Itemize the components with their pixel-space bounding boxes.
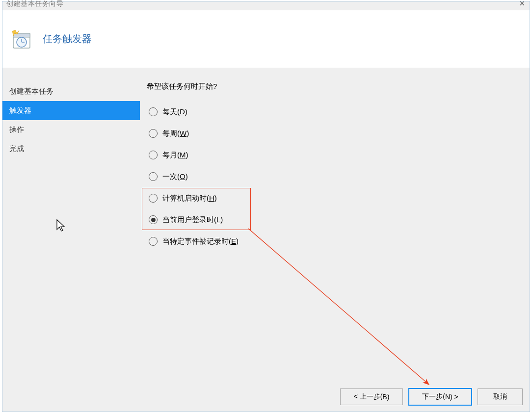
radio-icon	[149, 172, 158, 181]
close-icon[interactable]: ×	[519, 0, 525, 9]
radio-label: 每天(D)	[162, 107, 187, 117]
radio-label: 当前用户登录时(L)	[162, 215, 223, 225]
radio-weekly[interactable]: 每周(W)	[147, 123, 253, 144]
wizard-body: 创建基本任务 触发器 操作 完成 希望该任务何时开始? 每天(D) 每周(W) …	[2, 68, 530, 382]
radio-monthly[interactable]: 每月(M)	[147, 144, 253, 166]
trigger-radio-group: 每天(D) 每周(W) 每月(M) 一次(O) 计算机启动时(H)	[140, 101, 253, 252]
back-button[interactable]: < 上一步(B)	[340, 388, 403, 405]
wizard-header: 任务触发器	[2, 10, 530, 68]
svg-rect-1	[13, 33, 30, 37]
radio-icon	[149, 237, 158, 246]
radio-label: 一次(O)	[162, 172, 188, 181]
window-title: 创建基本任务向导	[6, 0, 63, 8]
wizard-sidebar: 创建基本任务 触发器 操作 完成	[2, 68, 140, 382]
radio-icon	[149, 194, 158, 203]
radio-on-event[interactable]: 当特定事件被记录时(E)	[147, 231, 253, 252]
clock-task-icon	[10, 28, 32, 50]
page-title: 任务触发器	[43, 32, 92, 46]
cancel-button[interactable]: 取消	[478, 388, 523, 405]
radio-once[interactable]: 一次(O)	[147, 166, 253, 187]
sidebar-item-create-task[interactable]: 创建基本任务	[2, 82, 140, 101]
radio-icon	[149, 129, 158, 138]
radio-at-startup[interactable]: 计算机启动时(H)	[147, 187, 253, 209]
sidebar-item-trigger[interactable]: 触发器	[2, 101, 140, 120]
radio-label: 每周(W)	[162, 129, 189, 138]
radio-at-logon[interactable]: 当前用户登录时(L)	[147, 209, 253, 231]
wizard-main: 希望该任务何时开始? 每天(D) 每周(W) 每月(M) 一次(O)	[140, 68, 530, 382]
sidebar-item-action[interactable]: 操作	[2, 120, 140, 139]
wizard-footer: < 上一步(B) 下一步(N) > 取消	[2, 382, 530, 412]
sidebar-item-finish[interactable]: 完成	[2, 139, 140, 158]
trigger-question: 希望该任务何时开始?	[140, 82, 530, 101]
radio-daily[interactable]: 每天(D)	[147, 101, 253, 123]
next-button[interactable]: 下一步(N) >	[409, 388, 472, 405]
titlebar: 创建基本任务向导 ×	[2, 1, 530, 10]
radio-label: 当特定事件被记录时(E)	[162, 237, 239, 246]
radio-icon	[149, 151, 158, 159]
wizard-window: 创建基本任务向导 × 任务触发器 创建基本任务 触发器 操作 完成 希望该任务何…	[2, 1, 530, 412]
radio-icon	[149, 215, 158, 224]
radio-label: 每月(M)	[162, 151, 188, 160]
radio-label: 计算机启动时(H)	[162, 194, 217, 203]
radio-icon	[149, 107, 158, 116]
